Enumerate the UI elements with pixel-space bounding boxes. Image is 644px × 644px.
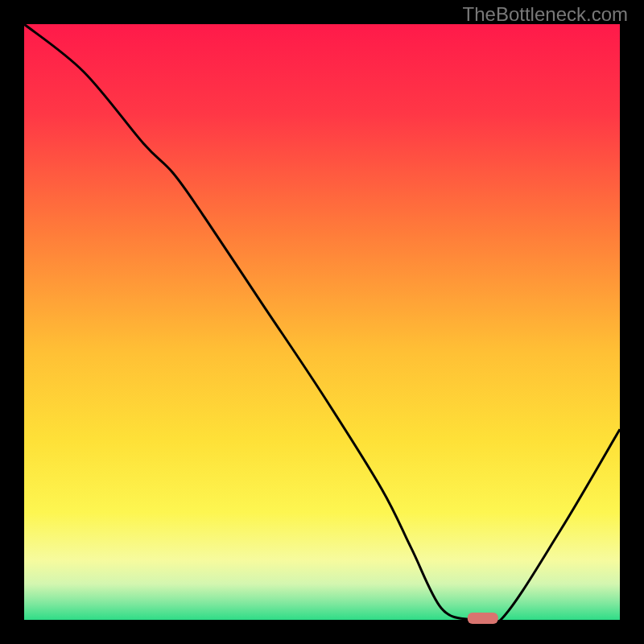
optimal-point-marker	[468, 613, 498, 624]
watermark-text: TheBottleneck.com	[463, 3, 628, 26]
chart-container: TheBottleneck.com	[0, 0, 644, 644]
bottleneck-chart	[0, 0, 644, 644]
plot-background	[24, 24, 620, 620]
